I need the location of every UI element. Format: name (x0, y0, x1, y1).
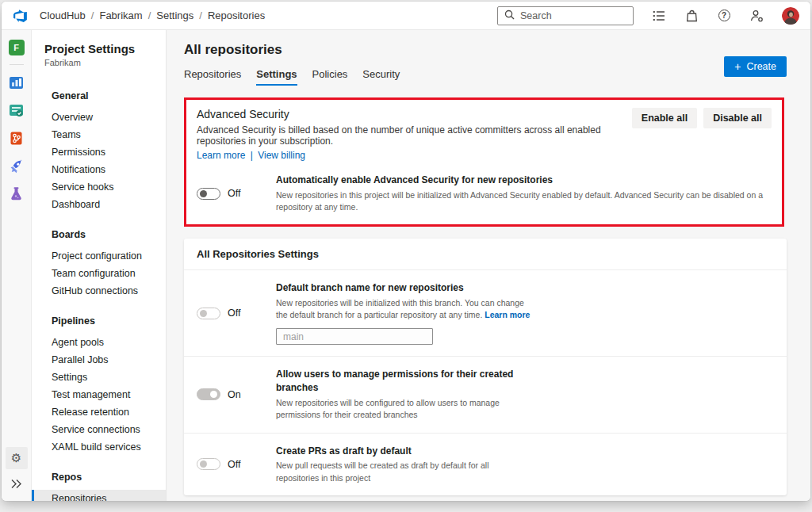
manage-permissions-toggle[interactable] (197, 388, 220, 400)
toggle-knob (200, 460, 207, 468)
expand-sidebar-icon[interactable] (6, 472, 28, 495)
toggle-state-label: Off (228, 188, 240, 199)
sidebar-item-release-retention[interactable]: Release retention (32, 403, 166, 421)
sidebar-item-notifications[interactable]: Notifications (32, 161, 166, 178)
plus-icon: + (734, 63, 741, 71)
search-input[interactable] (520, 10, 626, 21)
toggle-state-label: On (228, 389, 241, 400)
sidebar-item-github-connections[interactable]: GitHub connections (32, 282, 166, 300)
azure-devops-logo-icon[interactable] (13, 8, 29, 24)
create-button[interactable]: + Create (724, 56, 787, 77)
tab-security[interactable]: Security (362, 68, 400, 86)
view-billing-link[interactable]: View billing (258, 150, 305, 161)
left-icon-rail: F (2, 30, 32, 501)
toggle-column: On (197, 368, 276, 421)
help-icon[interactable]: ? (717, 9, 731, 23)
repos-branch-icon[interactable] (6, 127, 28, 149)
sidebar-item-teams[interactable]: Teams (32, 126, 166, 143)
toggle-text: Create PRs as draft by default New pull … (276, 445, 531, 484)
tab-policies[interactable]: Policies (312, 68, 348, 86)
tab-settings[interactable]: Settings (256, 68, 297, 86)
user-avatar[interactable] (782, 7, 799, 25)
sidebar-item-service-hooks[interactable]: Service hooks (32, 178, 166, 196)
toggle-description: New repositories will be initialized wit… (276, 297, 531, 321)
create-button-label: Create (746, 61, 776, 72)
sidebar-item-overview[interactable]: Overview (32, 109, 166, 126)
search-box[interactable] (497, 6, 634, 25)
advanced-security-buttons: Enable all Disable all (632, 108, 772, 128)
toggle-label: Default branch name for new repositories (276, 281, 531, 295)
overview-chart-icon[interactable] (6, 71, 28, 94)
toggle-text: Automatically enable Advanced Security f… (276, 174, 772, 213)
main-content: All repositories Repositories Settings P… (167, 30, 810, 501)
work-items-list-icon[interactable] (652, 9, 666, 23)
user-settings-icon[interactable] (749, 9, 764, 23)
sidebar-item-project-configuration[interactable]: Project configuration (32, 247, 166, 265)
sidebar-item-parallel-jobs[interactable]: Parallel Jobs (32, 351, 166, 369)
project-settings-gear-icon[interactable]: ⚙ (6, 447, 28, 469)
app-window: CloudHub / Fabrikam / Settings / Reposit… (2, 2, 810, 501)
help-question-glyph: ? (718, 10, 730, 21)
rail-divider (10, 64, 24, 65)
sidebar-item-agent-pools[interactable]: Agent pools (32, 334, 166, 351)
sidebar-item-team-configuration[interactable]: Team configuration (32, 265, 166, 282)
test-plans-flask-icon[interactable] (6, 182, 28, 204)
main-header: All repositories (184, 42, 787, 58)
draft-prs-toggle[interactable] (197, 458, 220, 470)
boards-icon[interactable] (6, 99, 28, 121)
breadcrumb-collection[interactable]: CloudHub (40, 10, 86, 21)
draft-prs-row: Off Create PRs as draft by default New p… (184, 433, 787, 495)
advanced-security-title: Advanced Security (197, 108, 632, 120)
rail-bottom: ⚙ (6, 447, 28, 495)
learn-more-link[interactable]: Learn more (197, 150, 245, 161)
sidebar-item-test-management[interactable]: Test management (32, 386, 166, 403)
toggle-knob (210, 391, 217, 398)
pipelines-rocket-icon[interactable] (6, 155, 28, 177)
nav-section-boards: Boards (32, 227, 166, 243)
breadcrumb-settings[interactable]: Settings (156, 10, 193, 21)
project-avatar[interactable]: F (6, 36, 28, 59)
toggle-label: Automatically enable Advanced Security f… (276, 174, 772, 187)
toggle-knob (200, 310, 207, 317)
toggle-description: New repositories will be configured to a… (276, 397, 531, 421)
marketplace-bag-icon[interactable] (684, 9, 699, 23)
enable-all-button[interactable]: Enable all (632, 108, 697, 128)
disable-all-button[interactable]: Disable all (703, 108, 772, 128)
page-title: All repositories (184, 42, 282, 58)
nav-section-pipelines: Pipelines (32, 313, 166, 329)
toggle-column: Off (197, 445, 276, 484)
sidebar-item-settings[interactable]: Settings (32, 369, 166, 386)
advanced-security-description: Advanced Security is billed based on the… (197, 124, 632, 147)
advanced-security-text: Advanced Security Advanced Security is b… (197, 108, 632, 161)
breadcrumb-separator: / (148, 10, 151, 21)
nav-section-general: General (32, 88, 166, 104)
advanced-security-card: Advanced Security Advanced Security is b… (184, 97, 784, 227)
all-repositories-settings-title: All Repositories Settings (184, 248, 787, 269)
tab-repositories[interactable]: Repositories (184, 68, 241, 86)
project-settings-nav: Project Settings Fabrikam General Overvi… (32, 30, 167, 501)
app-body: F (2, 30, 810, 501)
default-branch-row: Off Default branch name for new reposito… (184, 269, 787, 356)
topbar-actions: ? (497, 6, 799, 25)
learn-more-link[interactable]: Learn more (485, 310, 530, 319)
top-bar: CloudHub / Fabrikam / Settings / Reposit… (2, 2, 810, 30)
toggle-state-label: Off (228, 308, 240, 319)
default-branch-toggle[interactable] (197, 308, 220, 319)
tabs: Repositories Settings Policies Security … (184, 68, 787, 86)
toggle-description: New repositories in this project will be… (276, 189, 772, 213)
sidebar-item-repositories[interactable]: Repositories (32, 490, 166, 501)
sidebar-item-permissions[interactable]: Permissions (32, 143, 166, 161)
toggle-label: Allow users to manage permissions for th… (276, 368, 531, 395)
links-separator: | (251, 150, 253, 161)
sidebar-item-dashboard[interactable]: Dashboard (32, 196, 166, 213)
sidebar-item-xaml-build-services[interactable]: XAML build services (32, 438, 166, 456)
breadcrumb-project[interactable]: Fabrikam (99, 10, 142, 21)
sidebar-item-service-connections[interactable]: Service connections (32, 421, 166, 438)
auto-enable-advanced-security-row: Off Automatically enable Advanced Securi… (197, 174, 772, 213)
advanced-security-links: Learn more | View billing (197, 150, 632, 161)
manage-permissions-row: On Allow users to manage permissions for… (184, 356, 787, 432)
auto-enable-advanced-security-toggle[interactable] (197, 188, 220, 200)
breadcrumb-repositories[interactable]: Repositories (208, 10, 265, 21)
toggle-text: Default branch name for new repositories… (276, 281, 531, 345)
default-branch-input[interactable] (276, 328, 433, 345)
